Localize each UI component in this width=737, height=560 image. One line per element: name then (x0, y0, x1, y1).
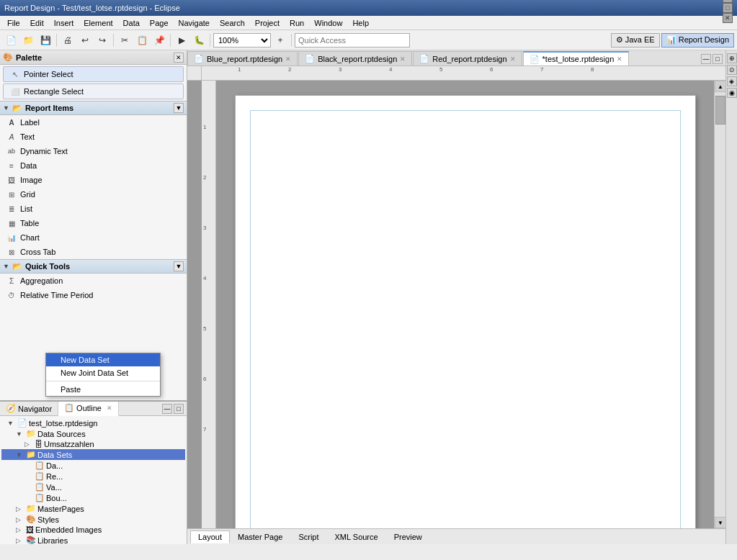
menu-navigate[interactable]: Navigate (174, 17, 214, 30)
tree-root[interactable]: ▼ 📄 test_lotse.rptdesign (1, 417, 185, 428)
tab-outline[interactable]: 📋 Outline ✕ (58, 402, 119, 416)
tree-dataset-3[interactable]: 📋 Va... (1, 482, 185, 492)
tab-blue-report[interactable]: 📄 Blue_report.rptdesign ✕ (187, 51, 298, 66)
tab-preview[interactable]: Preview (386, 530, 430, 543)
run-btn[interactable]: ▶ (174, 32, 189, 48)
menu-element[interactable]: Element (79, 17, 117, 30)
menu-project[interactable]: Project (251, 17, 284, 30)
rs-btn-4[interactable]: ◉ (727, 88, 737, 98)
tab-script[interactable]: Script (290, 530, 326, 543)
palette-data-item[interactable]: ≡ Data (0, 158, 187, 173)
tab-minimize-btn[interactable]: — (701, 54, 711, 64)
tree-dataset-4[interactable]: 📋 Bou... (1, 492, 185, 503)
debug-btn[interactable]: 🐛 (191, 32, 207, 48)
rs-btn-1[interactable]: ⊕ (727, 53, 737, 63)
close-btn[interactable]: ✕ (723, 13, 733, 23)
rectangle-select-tool[interactable]: ⬜ Rectangle Select (3, 83, 184, 99)
h-ruler-mark-5: 5 (439, 66, 442, 73)
tab-test-lotse[interactable]: 📄 *test_lotse.rptdesign ✕ (523, 51, 630, 66)
menu-file[interactable]: File (3, 17, 24, 30)
palette-cross-tab-item[interactable]: ⊠ Cross Tab (0, 245, 187, 259)
outline-minimize-btn[interactable]: — (162, 404, 172, 414)
zoom-in-btn[interactable]: + (272, 32, 288, 48)
rs-btn-3[interactable]: ◈ (727, 76, 737, 86)
print-btn[interactable]: 🖨 (60, 32, 76, 48)
scroll-thumb[interactable] (715, 96, 725, 125)
pointer-select-tool[interactable]: ↖ Pointer Select (3, 66, 184, 82)
palette-list-item[interactable]: ≣ List (0, 202, 187, 216)
palette-chart-item[interactable]: 📊 Chart (0, 230, 187, 245)
tab-navigator[interactable]: 🧭 Navigator (0, 402, 58, 416)
tab-blue-close[interactable]: ✕ (285, 55, 291, 63)
outline-label: Outline (76, 404, 102, 412)
menu-edit[interactable]: Edit (26, 17, 48, 30)
menu-page[interactable]: Page (146, 17, 173, 30)
tab-layout[interactable]: Layout (190, 530, 230, 543)
tab-red-report[interactable]: 📄 Red_report.rptdesign ✕ (413, 51, 522, 66)
tab-test-icon: 📄 (530, 55, 540, 64)
open-btn[interactable]: 📁 (20, 32, 36, 48)
tab-xml-source[interactable]: XML Source (327, 530, 386, 543)
tab-maximize-btn[interactable]: □ (713, 54, 723, 64)
rs-btn-2[interactable]: ⊙ (727, 65, 737, 75)
scroll-down-btn[interactable]: ▼ (715, 517, 725, 528)
copy-btn[interactable]: 📋 (134, 32, 150, 48)
palette-aggregation-item[interactable]: Σ Aggregation (0, 274, 187, 288)
palette-table-item[interactable]: ▦ Table (0, 216, 187, 230)
outline-maximize-btn[interactable]: □ (174, 404, 184, 414)
table-label: Table (20, 219, 39, 227)
quick-tools-section-header[interactable]: ▼ 📂 Quick Tools ▼ (0, 259, 187, 274)
tree-dataset-1[interactable]: 📋 Da... (1, 460, 185, 471)
palette-close-btn[interactable]: ✕ (174, 53, 184, 63)
report-design-perspective-btn[interactable]: 📊 Report Design (661, 33, 734, 48)
tab-test-close[interactable]: ✕ (617, 55, 622, 63)
report-items-title: ▼ 📂 Report Items (3, 104, 73, 113)
tab-red-close[interactable]: ✕ (510, 55, 516, 63)
menu-run[interactable]: Run (285, 17, 308, 30)
maximize-btn[interactable]: □ (723, 3, 733, 13)
scroll-up-btn[interactable]: ▲ (715, 81, 725, 92)
save-btn[interactable]: 💾 (37, 32, 53, 48)
redo-btn[interactable]: ↪ (94, 32, 110, 48)
menu-window[interactable]: Window (310, 17, 347, 30)
tree-data-sources[interactable]: ▼ 📁 Data Sources (1, 428, 185, 439)
tab-black-close[interactable]: ✕ (400, 55, 406, 63)
menu-data[interactable]: Data (119, 17, 144, 30)
cut-btn[interactable]: ✂ (117, 32, 133, 48)
ctx-new-data-set[interactable]: New Data Set (46, 353, 160, 366)
paste-btn[interactable]: 📌 (151, 32, 167, 48)
tree-styles[interactable]: ▷ 🎨 Styles (1, 514, 185, 525)
java-ee-perspective-btn[interactable]: ⚙ Java EE (611, 33, 660, 48)
outline-close[interactable]: ✕ (107, 405, 112, 412)
styles-expand: ▷ (16, 516, 24, 523)
tree-master-pages[interactable]: ▷ 📁 MasterPages (1, 503, 185, 514)
ctx-paste[interactable]: Paste (46, 383, 160, 396)
palette-image-item[interactable]: 🖼 Image (0, 173, 187, 187)
tree-libraries[interactable]: ▷ 📚 Libraries (1, 535, 185, 544)
new-btn[interactable]: 📄 (3, 32, 19, 48)
palette-text-item[interactable]: A Text (0, 130, 187, 144)
palette-label-item[interactable]: A Label (0, 115, 187, 130)
report-items-menu-btn[interactable]: ▼ (174, 103, 184, 113)
tab-black-report[interactable]: 📄 Black_report.rptdesign ✕ (298, 51, 412, 66)
undo-btn[interactable]: ↩ (77, 32, 93, 48)
menu-search[interactable]: Search (215, 17, 249, 30)
title-bar: Report Design - Test/test_lotse.rptdesig… (0, 0, 737, 16)
canvas-scroll[interactable] (216, 81, 714, 528)
ctx-new-joint-data-set[interactable]: New Joint Data Set (46, 366, 160, 379)
tree-embedded-images[interactable]: ▷ 🖼 Embedded Images (1, 525, 185, 535)
context-menu: New Data Set New Joint Data Set Paste (45, 353, 161, 397)
palette-relative-time-item[interactable]: ⏱ Relative Time Period (0, 288, 187, 302)
tree-umsatzzahlen[interactable]: ▷ 🗄 Umsatzzahlen (1, 439, 185, 449)
palette-dynamic-text-item[interactable]: ab Dynamic Text (0, 144, 187, 158)
zoom-select[interactable]: 100% 75% 50% (213, 33, 271, 48)
menu-insert[interactable]: Insert (50, 17, 79, 30)
tree-dataset-2[interactable]: 📋 Re... (1, 471, 185, 482)
tab-master-page[interactable]: Master Page (230, 530, 290, 543)
palette-grid-item[interactable]: ⊞ Grid (0, 187, 187, 202)
quick-access-input[interactable] (295, 33, 410, 48)
menu-help[interactable]: Help (348, 17, 373, 30)
quick-tools-menu-btn[interactable]: ▼ (174, 261, 184, 271)
tree-data-sets[interactable]: ▼ 📁 Data Sets (1, 449, 185, 460)
report-items-section-header[interactable]: ▼ 📂 Report Items ▼ (0, 101, 187, 115)
